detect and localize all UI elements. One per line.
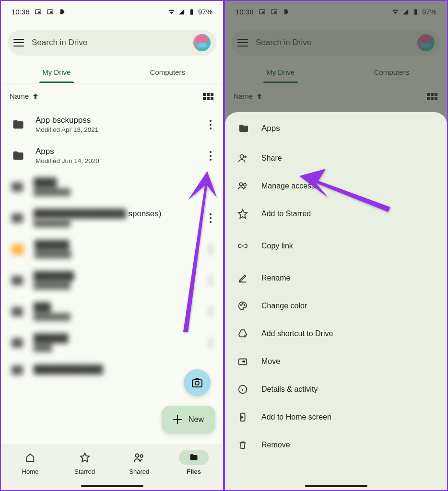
drive-add-icon <box>237 328 248 339</box>
file-row-blurred: ██████████████ <box>2 234 219 265</box>
sort-button[interactable]: Name <box>10 92 38 100</box>
file-row-blurred: ████████████ <box>2 171 219 202</box>
info-icon <box>237 384 248 395</box>
tab-my-drive[interactable]: My Drive <box>1 62 112 83</box>
svg-point-19 <box>240 304 241 305</box>
action-label: Move <box>261 357 280 366</box>
battery-pct: 97% <box>422 8 436 16</box>
search-bar[interactable]: Search in Drive <box>8 30 216 56</box>
folder-icon <box>12 149 25 163</box>
arrow-up-icon <box>33 93 38 100</box>
divider <box>260 230 447 230</box>
camera-fab[interactable] <box>184 369 211 396</box>
sheet-title: Apps <box>261 124 280 133</box>
nav-shared[interactable]: Shared <box>112 450 167 479</box>
signal-icon <box>178 8 185 15</box>
action-label: Rename <box>261 274 290 282</box>
nav-home-label: Home <box>22 468 39 475</box>
action-add-shortcut[interactable]: Add shortcut to Drive <box>225 320 447 348</box>
nav-home[interactable]: Home <box>3 450 58 479</box>
action-move[interactable]: Move <box>225 348 447 375</box>
people-icon <box>237 181 248 191</box>
nav-files-label: Files <box>187 468 201 475</box>
pip-icon-2 <box>271 8 278 15</box>
action-add-home-screen[interactable]: Add to Home screen <box>225 403 447 431</box>
nav-shared-label: Shared <box>129 468 149 475</box>
drive-tabs: My Drive Computers <box>225 62 447 83</box>
action-label: Remove <box>261 441 290 449</box>
action-add-starred[interactable]: Add to Starred <box>225 200 447 228</box>
action-label: Add to Home screen <box>261 413 331 421</box>
svg-point-17 <box>239 183 242 186</box>
drive-tabs: My Drive Computers <box>1 62 223 83</box>
status-time: 10:36 <box>12 8 30 16</box>
action-label: Change color <box>261 302 307 310</box>
svg-point-18 <box>244 184 246 186</box>
gesture-bar <box>81 485 143 487</box>
tab-my-drive[interactable]: My Drive <box>225 62 336 83</box>
nav-files[interactable]: Files <box>166 450 221 479</box>
file-row-blurred: ███████████████ <box>2 265 219 296</box>
battery-icon <box>412 8 419 15</box>
tab-computers[interactable]: Computers <box>112 62 224 83</box>
svg-point-21 <box>244 304 245 305</box>
file-name: App bsckuppss <box>35 116 192 125</box>
tab-computers[interactable]: Computers <box>336 62 448 83</box>
action-remove[interactable]: Remove <box>225 431 447 459</box>
star-icon <box>80 452 90 463</box>
svg-rect-1 <box>38 11 40 12</box>
tag-icon <box>59 8 66 15</box>
nav-starred[interactable]: Starred <box>58 450 112 479</box>
signal-icon <box>402 8 409 15</box>
battery-icon <box>188 8 195 15</box>
file-row-blurred: ████████████████ sponses)████████ <box>2 202 219 234</box>
file-modified: Modified Apr 13, 2021 <box>35 126 192 133</box>
add-to-home-icon <box>237 412 248 422</box>
menu-icon[interactable] <box>237 39 248 47</box>
avatar[interactable] <box>193 34 211 51</box>
grid-view-icon[interactable] <box>203 93 213 100</box>
divider <box>260 262 447 262</box>
tag-icon <box>283 8 290 15</box>
folder-icon <box>189 453 199 462</box>
file-name: Apps <box>35 147 192 156</box>
svg-point-16 <box>240 155 244 158</box>
more-icon[interactable] <box>203 151 216 161</box>
sort-label: Name <box>234 92 253 100</box>
action-share[interactable]: Share <box>225 144 447 172</box>
file-row-blurred: ██████████ <box>2 327 219 358</box>
new-fab[interactable]: New <box>162 406 215 433</box>
arrow-up-icon <box>257 93 262 100</box>
more-icon[interactable] <box>203 120 216 129</box>
status-bar: 10:36 97% <box>225 1 447 22</box>
search-placeholder: Search in Drive <box>32 38 186 47</box>
action-details[interactable]: Details & activity <box>225 375 447 403</box>
avatar[interactable] <box>417 34 435 51</box>
action-label: Share <box>261 154 282 163</box>
action-change-color[interactable]: Change color <box>225 292 447 320</box>
pencil-icon <box>237 273 248 283</box>
status-bar: 10:36 97% <box>1 1 223 22</box>
move-icon <box>237 356 248 367</box>
people-icon <box>133 452 145 463</box>
nav-starred-label: Starred <box>74 468 95 475</box>
svg-rect-3 <box>50 11 52 12</box>
menu-icon[interactable] <box>13 39 24 47</box>
action-rename[interactable]: Rename <box>225 264 447 292</box>
file-row[interactable]: App bsckuppss Modified Apr 13, 2021 <box>2 109 219 140</box>
gesture-bar <box>305 485 367 487</box>
file-row-blurred: ███████████ <box>2 296 219 327</box>
svg-rect-14 <box>414 9 417 14</box>
search-bar[interactable]: Search in Drive <box>232 30 440 56</box>
action-manage-access[interactable]: Manage access <box>225 172 447 200</box>
folder-icon <box>12 118 25 131</box>
file-modified: Modified Jun 14, 2020 <box>35 157 192 164</box>
left-screenshot: 10:36 97% Search in Drive My Drive Compu… <box>0 0 224 491</box>
svg-point-9 <box>141 455 143 457</box>
action-copy-link[interactable]: Copy link <box>225 232 447 260</box>
file-row[interactable]: Apps Modified Jun 14, 2020 <box>2 140 219 171</box>
grid-view-icon[interactable] <box>427 93 437 100</box>
sort-button[interactable]: Name <box>234 92 262 100</box>
svg-rect-15 <box>415 9 416 9</box>
battery-pct: 97% <box>198 8 212 16</box>
